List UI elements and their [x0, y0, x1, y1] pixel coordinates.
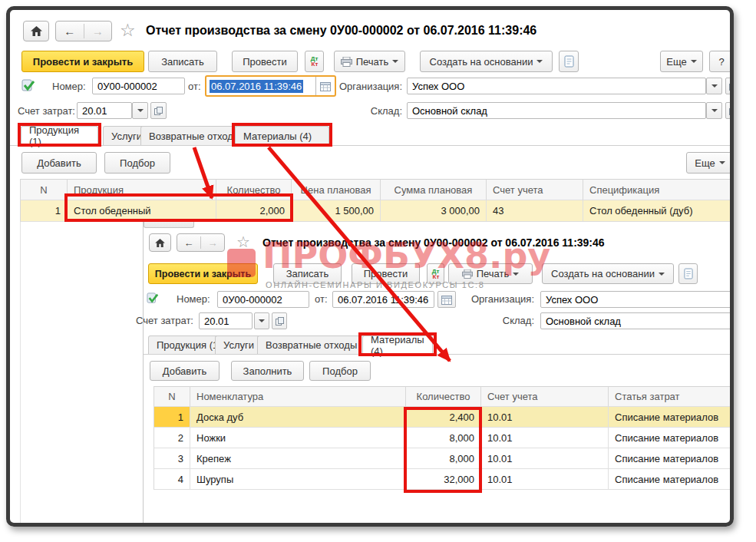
- inner-print-button[interactable]: Печать: [448, 263, 533, 284]
- inner-add-button[interactable]: Добавить: [150, 361, 220, 381]
- create-based-on-button[interactable]: Создать на основании: [420, 51, 553, 72]
- inner-calendar-button[interactable]: [437, 291, 456, 308]
- organization-field[interactable]: Успех ООО: [407, 78, 706, 94]
- cost-account-label: Счет затрат:: [18, 105, 75, 117]
- tab-returns[interactable]: Возвратные отходы: [140, 126, 249, 145]
- favorite-star-icon[interactable]: ☆: [120, 20, 136, 41]
- number-label: Номер:: [52, 81, 86, 92]
- document-journal-button[interactable]: [559, 51, 579, 72]
- inner-tab-materials[interactable]: Материалы (4): [362, 335, 433, 354]
- dropdown-caret-icon: [691, 60, 697, 66]
- inner-pick-button[interactable]: Подбор: [309, 361, 371, 381]
- table-more-button[interactable]: Еще: [686, 152, 731, 174]
- tabs-divider: [144, 354, 731, 355]
- date-field[interactable]: 06.07.2016 11:39:46: [205, 75, 336, 97]
- table-row[interactable]: 4 Шурупы 32,000 10.01 Списание материало…: [154, 469, 731, 490]
- panel-edge-line: [20, 222, 21, 524]
- inner-document-journal-button[interactable]: [678, 263, 698, 284]
- inner-page-title: Отчет производства за смену 0У00-000002 …: [262, 236, 605, 249]
- nav-buttons: ← →: [55, 21, 112, 41]
- favorite-star-icon[interactable]: ☆: [236, 233, 250, 251]
- dropdown-caret-icon: [711, 109, 718, 115]
- dtkt-icon: ДтКт: [311, 56, 319, 67]
- inner-number-field[interactable]: 0У00-000002: [217, 291, 309, 308]
- dtkt-button[interactable]: ДтКт: [305, 51, 324, 72]
- posted-status-icon: [147, 292, 159, 306]
- inner-warehouse-field[interactable]: Основной склад: [540, 312, 731, 329]
- post-button[interactable]: Провести: [232, 51, 298, 72]
- organization-dropdown-button[interactable]: [706, 78, 722, 94]
- materials-table: N Номенклатура Количество Счет учета Ста…: [154, 386, 731, 490]
- cost-account-open-button[interactable]: [150, 102, 167, 119]
- dropdown-caret-icon: [259, 319, 265, 326]
- inner-cost-account-open-button[interactable]: [272, 312, 287, 329]
- cost-account-field[interactable]: 20.01: [77, 102, 132, 119]
- warehouse-field[interactable]: Основной склад: [407, 102, 706, 119]
- open-icon: [276, 317, 284, 326]
- cost-account-dropdown-button[interactable]: [132, 102, 148, 119]
- calendar-button[interactable]: [315, 77, 335, 95]
- back-button[interactable]: ←: [177, 234, 200, 251]
- inner-dtkt-button[interactable]: ДтКт: [427, 263, 444, 284]
- number-field[interactable]: 0У00-000002: [92, 78, 185, 94]
- forward-icon: →: [92, 25, 104, 38]
- date-value-selected: 06.07.2016 11:39:46: [210, 80, 303, 93]
- dropdown-caret-icon: [513, 273, 519, 279]
- write-button[interactable]: Записать: [148, 51, 217, 72]
- calendar-icon: [320, 81, 331, 91]
- print-button[interactable]: Печать: [334, 51, 405, 72]
- home-icon: [31, 26, 42, 36]
- dtkt-icon: ДтКт: [432, 269, 440, 279]
- inner-fill-button[interactable]: Заполнить: [231, 361, 304, 381]
- dropdown-caret-icon: [659, 273, 665, 279]
- forward-button[interactable]: →: [84, 21, 112, 41]
- forward-button[interactable]: →: [201, 234, 224, 251]
- back-icon: ←: [64, 25, 75, 38]
- page-title: Отчет производства за смену 0У00-000002 …: [146, 24, 536, 38]
- document-icon: [564, 55, 574, 68]
- dropdown-caret-icon: [137, 109, 144, 115]
- printer-icon: [462, 269, 473, 279]
- printer-icon: [341, 57, 352, 67]
- table-row[interactable]: 3 Крепеж 8,000 10.01 Списание материалов: [154, 448, 731, 469]
- number-label: Номер:: [177, 293, 210, 305]
- inner-tab-services[interactable]: Услуги: [215, 335, 262, 354]
- inner-post-and-close-button[interactable]: Провести и закрыть: [148, 263, 258, 284]
- inner-write-button[interactable]: Записать: [273, 263, 342, 284]
- table-row[interactable]: 1 Доска дуб 2,400 10.01 Списание материа…: [154, 407, 731, 428]
- document-icon: [684, 268, 693, 279]
- inner-date-field[interactable]: 06.07.2016 11:39:46: [332, 291, 434, 308]
- table-row[interactable]: 1 Стол обеденный 2,000 1 500,00 3 000,00…: [20, 200, 731, 222]
- products-table: N Продукция Количество Цена плановая Сум…: [20, 179, 731, 222]
- add-button[interactable]: Добавить: [21, 152, 97, 174]
- more-button[interactable]: Еще: [660, 51, 703, 72]
- home-button[interactable]: [23, 21, 49, 41]
- forward-icon: →: [208, 237, 218, 249]
- calendar-icon: [441, 295, 452, 305]
- help-button[interactable]: ?: [709, 51, 731, 72]
- posted-status-icon: [21, 79, 35, 94]
- warehouse-dropdown-button[interactable]: [706, 102, 722, 119]
- inner-home-button[interactable]: [149, 233, 171, 252]
- inner-create-based-on-button[interactable]: Создать на основании: [542, 263, 674, 284]
- tab-materials[interactable]: Материалы (4): [235, 126, 329, 145]
- tab-production[interactable]: Продукция (1): [21, 126, 98, 145]
- date-label: от:: [315, 293, 328, 305]
- warehouse-label: Склад:: [500, 315, 534, 326]
- warehouse-label: Склад:: [368, 105, 402, 117]
- organization-label: Организация:: [336, 81, 402, 92]
- warehouse-open-button[interactable]: [725, 102, 731, 119]
- dropdown-caret-icon: [719, 161, 725, 167]
- inner-post-button[interactable]: Провести: [352, 263, 420, 284]
- open-icon: [154, 107, 163, 115]
- pick-button[interactable]: Подбор: [104, 152, 170, 174]
- post-and-close-button[interactable]: Провести и закрыть: [21, 51, 144, 72]
- table-row[interactable]: 2 Ножки 8,000 10.01 Списание материалов: [154, 428, 731, 448]
- inner-tab-returns[interactable]: Возвратные отходы: [257, 335, 365, 354]
- organization-open-button[interactable]: [725, 78, 731, 94]
- back-button[interactable]: ←: [56, 21, 84, 41]
- home-icon: [155, 239, 165, 247]
- inner-cost-account-field[interactable]: 20.01: [199, 312, 253, 329]
- inner-cost-account-dropdown-button[interactable]: [254, 312, 269, 329]
- inner-organization-field[interactable]: Успех ООО: [540, 291, 731, 308]
